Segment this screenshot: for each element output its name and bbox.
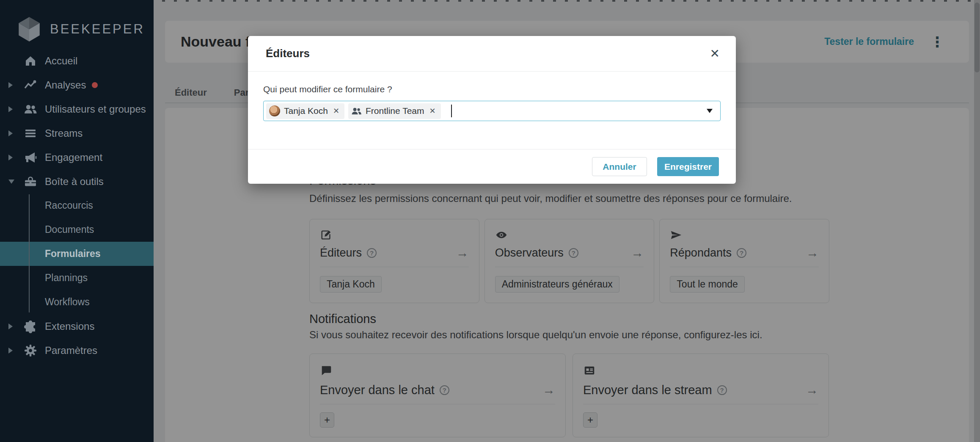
caret-down-icon — [8, 180, 14, 184]
puzzle-icon — [24, 320, 37, 333]
home-icon — [24, 54, 37, 68]
sidebar-item-parametres[interactable]: Paramètres — [0, 338, 154, 362]
toolbox-icon — [24, 175, 37, 188]
remove-chip-icon[interactable]: ✕ — [333, 106, 339, 116]
editors-multiselect-input[interactable]: Tanja Koch ✕ Frontline Team ✕ — [263, 101, 721, 121]
text-cursor — [451, 105, 452, 117]
sidebar-item-analyses[interactable]: Analyses — [0, 73, 154, 97]
sub-list-guide-line — [29, 194, 30, 312]
sidebar: BEEKEEPER Accueil Analyses — [0, 0, 154, 442]
modal-footer: Annuler Enregistrer — [248, 149, 736, 184]
cancel-button[interactable]: Annuler — [592, 157, 647, 176]
modal-header: Éditeurs ✕ — [248, 36, 736, 72]
chip-frontline-team: Frontline Team ✕ — [348, 103, 441, 119]
sidebar-item-boite-a-outils[interactable]: Boîte à outils — [0, 169, 154, 193]
caret-right-icon — [8, 348, 13, 354]
brand-name: BEEKEEPER — [50, 22, 145, 37]
beekeeper-hexagon-logo-icon — [15, 15, 43, 43]
sidebar-subitem-documents[interactable]: Documents — [0, 218, 154, 242]
sidebar-item-accueil[interactable]: Accueil — [0, 49, 154, 73]
editors-modal: Éditeurs ✕ Qui peut modifier ce formulai… — [248, 36, 736, 184]
notification-badge — [92, 82, 98, 88]
sidebar-subitem-formulaires[interactable]: Formulaires — [0, 242, 154, 266]
sidebar-item-utilisateurs-et-groupes[interactable]: Utilisateurs et groupes — [0, 97, 154, 121]
caret-right-icon — [8, 106, 13, 112]
close-icon[interactable]: ✕ — [710, 48, 720, 60]
sidebar-item-streams[interactable]: Streams — [0, 121, 154, 145]
sidebar-subitem-raccourcis[interactable]: Raccourcis — [0, 193, 154, 218]
streams-icon — [24, 127, 37, 140]
users-icon — [24, 102, 37, 116]
toolbox-sub-list: Raccourcis Documents Formulaires Plannin… — [0, 193, 154, 314]
brand-logo[interactable]: BEEKEEPER — [0, 0, 154, 47]
group-icon — [351, 106, 362, 116]
sidebar-nav: Accueil Analyses Utilisateurs et groupes — [0, 49, 154, 362]
sidebar-subitem-workflows[interactable]: Workflows — [0, 290, 154, 314]
avatar — [269, 105, 280, 116]
sidebar-item-engagement[interactable]: Engagement — [0, 145, 154, 169]
caret-right-icon — [8, 155, 13, 160]
megaphone-icon — [24, 151, 37, 164]
modal-title: Éditeurs — [266, 47, 310, 60]
gear-icon — [24, 344, 37, 357]
save-button[interactable]: Enregistrer — [657, 157, 719, 176]
dropdown-caret-icon[interactable] — [707, 109, 713, 113]
caret-right-icon — [8, 323, 13, 329]
sidebar-item-extensions[interactable]: Extensions — [0, 314, 154, 338]
analytics-icon — [24, 78, 37, 92]
modal-question-label: Qui peut modifier ce formulaire ? — [263, 84, 721, 94]
sidebar-subitem-plannings[interactable]: Plannings — [0, 266, 154, 290]
remove-chip-icon[interactable]: ✕ — [429, 106, 436, 116]
caret-right-icon — [8, 82, 13, 88]
app-root: BEEKEEPER Accueil Analyses — [0, 0, 980, 442]
chip-tanja-koch: Tanja Koch ✕ — [266, 103, 344, 119]
modal-body: Qui peut modifier ce formulaire ? Tanja … — [248, 72, 736, 121]
caret-right-icon — [8, 130, 13, 136]
